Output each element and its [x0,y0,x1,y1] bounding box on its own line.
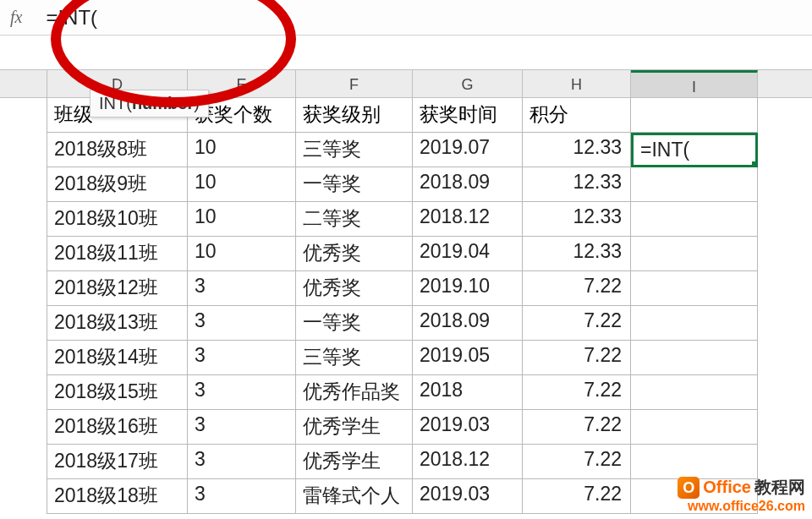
cell-F[interactable]: 一等奖 [296,306,413,341]
cell-I[interactable] [631,167,758,202]
cell-D[interactable]: 2018级14班 [47,341,188,375]
cell-D[interactable]: 2018级17班 [47,445,188,479]
cell-G[interactable]: 2019.05 [413,341,523,375]
cell-E[interactable]: 10 [188,237,296,271]
cell-I[interactable]: =INT( [631,133,758,167]
formula-input[interactable]: =INT( [46,6,812,30]
cell-I[interactable] [631,341,758,375]
cell-I[interactable] [631,375,758,410]
cell-G[interactable]: 2019.10 [413,271,523,306]
cell-I[interactable] [631,271,758,306]
cell-I[interactable] [631,445,758,479]
watermark-brand-cn: 教程网 [754,476,805,499]
cell-F[interactable]: 三等奖 [296,341,413,375]
cell-D[interactable]: 2018级18班 [47,479,188,514]
cell-H[interactable]: 12.33 [523,202,631,237]
cell-H[interactable]: 7.22 [523,445,631,479]
cell-D[interactable]: 2018级15班 [47,375,188,410]
header-level[interactable]: 获奖级别 [296,98,413,133]
cell-F[interactable]: 优秀学生 [296,445,413,479]
cell-E[interactable]: 3 [188,306,296,341]
table-row: 2018级9班10一等奖2018.0912.33 [0,167,812,202]
cell-I[interactable] [631,237,758,271]
cell-E[interactable]: 3 [188,341,296,375]
col-header-F[interactable]: F [296,70,413,97]
tooltip-suffix: ) [194,94,200,112]
cell-F[interactable]: 优秀作品奖 [296,375,413,410]
table-row: 2018级12班3优秀奖2019.107.22 [0,271,812,306]
cell-F[interactable]: 三等奖 [296,133,413,167]
cell-H[interactable]: 7.22 [523,479,631,514]
cell-F[interactable]: 优秀奖 [296,271,413,306]
cell-D[interactable]: 2018级8班 [47,133,188,167]
cell-H[interactable]: 12.33 [523,133,631,167]
cell-H[interactable]: 12.33 [523,167,631,202]
cell-H[interactable]: 7.22 [523,375,631,410]
cell-D[interactable]: 2018级11班 [47,237,188,271]
watermark-brand: Office [703,478,751,497]
cell-D[interactable]: 2018级9班 [47,167,188,202]
cell-I[interactable] [631,410,758,445]
cell-I[interactable] [631,202,758,237]
tooltip-argument: number [132,94,194,112]
cell-E[interactable]: 10 [188,167,296,202]
col-header-H[interactable]: H [523,70,631,97]
table-row: 2018级10班10二等奖2018.1212.33 [0,202,812,237]
col-header-I[interactable]: I [631,70,758,97]
cell-E[interactable]: 10 [188,202,296,237]
tooltip-prefix: INT( [99,94,132,112]
cell-D[interactable]: 2018级12班 [47,271,188,306]
cell-F[interactable]: 优秀学生 [296,410,413,445]
cell-D[interactable]: 2018级13班 [47,306,188,341]
cell-G[interactable]: 2019.03 [413,479,523,514]
cell-E[interactable]: 3 [188,445,296,479]
cell-G[interactable]: 2018.09 [413,167,523,202]
cell-G[interactable]: 2018.12 [413,445,523,479]
function-tooltip[interactable]: INT(number) [90,90,209,117]
cell-G[interactable]: 2018 [413,375,523,410]
watermark-icon: O [678,477,700,499]
watermark: O Office教程网 www.office26.com [678,476,805,514]
cell-H[interactable]: 7.22 [523,306,631,341]
cell-F[interactable]: 二等奖 [296,202,413,237]
header-extra[interactable] [631,98,758,133]
cell-D[interactable]: 2018级16班 [47,410,188,445]
cell-H[interactable]: 7.22 [523,410,631,445]
header-score[interactable]: 积分 [523,98,631,133]
fx-icon[interactable]: fx [10,8,22,27]
cell-G[interactable]: 2019.04 [413,237,523,271]
cell-G[interactable]: 2018.09 [413,306,523,341]
table-row: 2018级15班3优秀作品奖20187.22 [0,375,812,410]
cell-E[interactable]: 3 [188,271,296,306]
cell-H[interactable]: 12.33 [523,237,631,271]
formula-bar: fx =INT( [0,0,812,36]
cell-E[interactable]: 3 [188,375,296,410]
cell-D[interactable]: 2018级10班 [47,202,188,237]
spreadsheet-grid: D E F G H I 班级 获奖个数 获奖级别 获奖时间 积分 2018级8班… [0,69,812,514]
cell-G[interactable]: 2018.12 [413,202,523,237]
cell-E[interactable]: 3 [188,479,296,514]
table-row: 2018级16班3优秀学生2019.037.22 [0,410,812,445]
watermark-url: www.office26.com [678,499,805,514]
cell-F[interactable]: 优秀奖 [296,237,413,271]
table-row: 2018级13班3一等奖2018.097.22 [0,306,812,341]
col-header-G[interactable]: G [413,70,523,97]
cell-E[interactable]: 3 [188,410,296,445]
table-row: 2018级8班10三等奖2019.0712.33=INT( [0,133,812,167]
table-row: 2018级11班10优秀奖2019.0412.33 [0,237,812,271]
table-row: 2018级17班3优秀学生2018.127.22 [0,445,812,479]
cell-F[interactable]: 一等奖 [296,167,413,202]
header-time[interactable]: 获奖时间 [413,98,523,133]
cell-H[interactable]: 7.22 [523,271,631,306]
cell-I[interactable] [631,306,758,341]
cell-F[interactable]: 雷锋式个人 [296,479,413,514]
table-row: 2018级14班3三等奖2019.057.22 [0,341,812,375]
cell-G[interactable]: 2019.07 [413,133,523,167]
cell-H[interactable]: 7.22 [523,341,631,375]
cell-G[interactable]: 2019.03 [413,410,523,445]
cell-E[interactable]: 10 [188,133,296,167]
